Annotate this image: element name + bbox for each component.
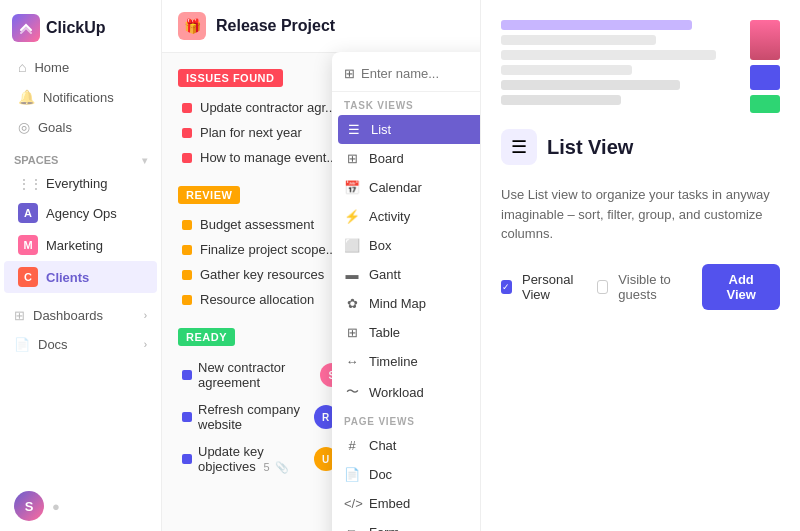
task-text: Finalize project scope... (200, 242, 337, 257)
sidebar-item-notifications-label: Notifications (43, 90, 114, 105)
task-dot-blue (182, 412, 192, 422)
goals-icon: ◎ (18, 119, 30, 135)
task-text: Gather key resources (200, 267, 324, 282)
everything-icon: ⋮⋮ (18, 177, 38, 191)
embed-label: Embed (369, 496, 410, 511)
clients-badge: C (18, 267, 38, 287)
task-dot-orange (182, 220, 192, 230)
mindmap-icon: ✿ (344, 296, 360, 311)
gantt-label: Gantt (369, 267, 401, 282)
box-label: Box (369, 238, 391, 253)
gantt-icon: ▬ (344, 267, 360, 282)
chat-label: Chat (369, 438, 396, 453)
spaces-chevron[interactable]: ▾ (142, 155, 147, 166)
sidebar-item-goals-label: Goals (38, 120, 72, 135)
dropdown-item-list[interactable]: ☰ List (338, 115, 480, 144)
add-view-button[interactable]: Add View (702, 264, 780, 310)
task-text: Update key objectives 5 📎 (198, 444, 308, 474)
right-panel-header: ☰ List View (501, 129, 780, 175)
timeline-label: Timeline (369, 354, 418, 369)
dropdown-item-table[interactable]: ⊞ Table (332, 318, 480, 347)
dropdown-item-mindmap[interactable]: ✿ Mind Map (332, 289, 480, 318)
view-name-input[interactable] (361, 66, 480, 81)
sidebar: ClickUp ⌂ Home 🔔 Notifications ◎ Goals S… (0, 0, 162, 531)
sidebar-item-home-label: Home (34, 60, 69, 75)
dashboards-icon: ⊞ (14, 308, 25, 323)
sidebar-item-goals[interactable]: ◎ Goals (4, 112, 157, 142)
board-label: Board (369, 151, 404, 166)
sidebar-item-dashboards[interactable]: ⊞ Dashboards › (0, 301, 161, 330)
sidebar-item-marketing[interactable]: M Marketing (4, 229, 157, 261)
list-view-title: List View (547, 136, 633, 159)
list-view-illustration (501, 20, 780, 113)
docs-label: Docs (38, 337, 68, 352)
clip-icon: 📎 (275, 461, 289, 473)
sidebar-item-home[interactable]: ⌂ Home (4, 52, 157, 82)
list-label: List (371, 122, 391, 137)
task-dot-red (182, 103, 192, 113)
illustration-bar-6 (501, 95, 621, 105)
guests-checkbox[interactable] (597, 280, 608, 294)
sidebar-item-docs[interactable]: 📄 Docs › (0, 330, 161, 359)
illustration-bar-1 (501, 20, 692, 30)
dropdown-item-form[interactable]: ✏ Form (332, 518, 480, 531)
table-label: Table (369, 325, 400, 340)
task-views-label: TASK VIEWS (332, 92, 480, 115)
task-text: New contractor agreement (198, 360, 314, 390)
dropdown-item-workload[interactable]: 〜 Workload (332, 376, 480, 408)
personal-view-checkbox[interactable]: ✓ (501, 280, 512, 294)
activity-icon: ⚡ (344, 209, 360, 224)
spaces-header: Spaces ▾ (0, 142, 161, 170)
dropdown-search-area: ⊞ (332, 60, 480, 92)
review-header: REVIEW (178, 186, 240, 204)
illustration-bar-4 (501, 65, 632, 75)
calendar-icon: 📅 (344, 180, 360, 195)
sidebar-nav: ⌂ Home 🔔 Notifications ◎ Goals (0, 52, 161, 142)
dropdown-item-gantt[interactable]: ▬ Gantt (332, 260, 480, 289)
marketing-label: Marketing (46, 238, 103, 253)
dropdown-item-timeline[interactable]: ↔ Timeline (332, 347, 480, 376)
workload-label: Workload (369, 385, 424, 400)
grid-icon: ⊞ (344, 66, 355, 81)
dropdown-item-chat[interactable]: # Chat (332, 431, 480, 460)
main-header: 🎁 Release Project (162, 0, 480, 53)
chart-bar-blue (750, 65, 780, 90)
page-views-label: PAGE VIEWS (332, 408, 480, 431)
dashboards-chevron: › (144, 310, 147, 321)
task-text: Update contractor agr... (200, 100, 336, 115)
view-picker-dropdown: ⊞ TASK VIEWS ☰ List ⊞ Board 📅 Calendar ⚡… (332, 52, 480, 531)
list-icon: ☰ (346, 122, 362, 137)
task-dot-orange (182, 245, 192, 255)
chart-bar-red (750, 20, 780, 60)
logo-icon (12, 14, 40, 42)
online-dot: ● (52, 499, 60, 514)
dropdown-item-board[interactable]: ⊞ Board (332, 144, 480, 173)
dropdown-item-embed[interactable]: </> Embed (332, 489, 480, 518)
logo-area: ClickUp (0, 0, 161, 52)
dropdown-item-doc[interactable]: 📄 Doc (332, 460, 480, 489)
dropdown-item-calendar[interactable]: 📅 Calendar (332, 173, 480, 202)
task-text: Refresh company website (198, 402, 308, 432)
sidebar-bottom-section: ⊞ Dashboards › 📄 Docs › (0, 293, 161, 367)
box-icon: ⬜ (344, 238, 360, 253)
illustration-bar-2 (501, 35, 656, 45)
user-avatar-row: S ● (0, 481, 161, 531)
view-options: ✓ Personal View Visible to guests Add Vi… (501, 264, 780, 310)
sidebar-item-clients[interactable]: C Clients (4, 261, 157, 293)
chat-icon: # (344, 438, 360, 453)
sidebar-item-notifications[interactable]: 🔔 Notifications (4, 82, 157, 112)
doc-icon: 📄 (344, 467, 360, 482)
task-dot-orange (182, 270, 192, 280)
task-dot-blue (182, 370, 192, 380)
dropdown-item-activity[interactable]: ⚡ Activity (332, 202, 480, 231)
task-text: Plan for next year (200, 125, 302, 140)
timeline-icon: ↔ (344, 354, 360, 369)
dropdown-item-box[interactable]: ⬜ Box (332, 231, 480, 260)
avatar[interactable]: S (14, 491, 44, 521)
personal-view-label: Personal View (522, 272, 587, 302)
right-panel: ☰ List View Use List view to organize yo… (480, 0, 800, 531)
sidebar-item-everything[interactable]: ⋮⋮ Everything (4, 170, 157, 197)
task-dot-red (182, 128, 192, 138)
agency-ops-badge: A (18, 203, 38, 223)
sidebar-item-agency-ops[interactable]: A Agency Ops (4, 197, 157, 229)
